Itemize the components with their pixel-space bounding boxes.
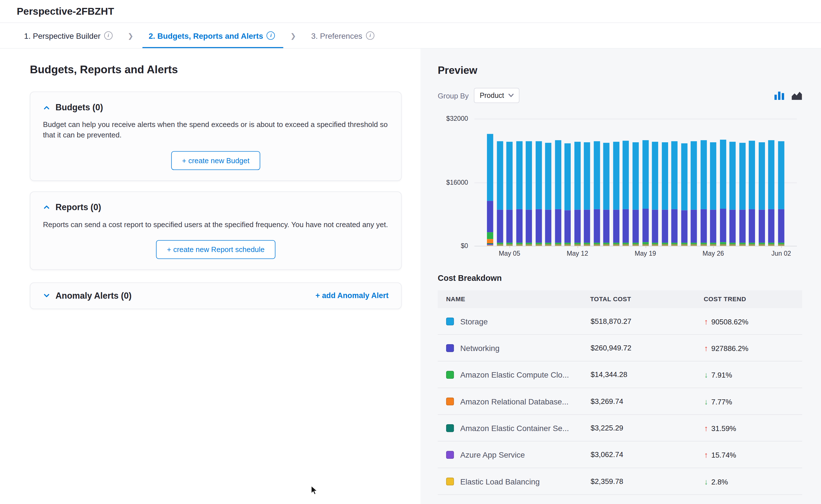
create-budget-button[interactable]: + create new Budget [171,151,261,170]
bar-segment-amazon-relational-database-service [487,239,493,243]
legend-swatch [446,424,454,432]
bar-segment-storage [671,141,678,210]
bar-segment-elastic-load-balancing [720,245,726,246]
collapse-chevron-up-icon[interactable] [43,204,50,211]
chart-bar[interactable] [526,141,532,246]
bar-segment-storage [613,142,620,210]
chart-bar[interactable] [516,141,522,246]
chart-bar[interactable] [730,142,736,246]
info-icon[interactable]: i [104,31,113,40]
chart-bar[interactable] [545,143,551,246]
collapse-chevron-up-icon[interactable] [43,104,50,111]
row-name: Azure App Service [460,450,525,459]
row-name: Storage [460,317,488,326]
tab-preferences[interactable]: 3. Preferences i [310,23,375,48]
table-row[interactable]: Networking$260,949.72↑927886.2% [438,335,802,361]
table-row[interactable]: Storage$518,870.27↑90508.62% [438,308,802,334]
chart-bar[interactable] [564,143,571,246]
bar-segment-storage [681,143,687,210]
chart-bar[interactable] [700,140,707,246]
bar-segment-networking [506,210,513,243]
legend-swatch [446,371,454,378]
chart-bar[interactable] [574,142,581,246]
row-trend-value: 90508.62% [712,317,749,326]
group-by-dropdown[interactable]: Product [474,88,519,103]
bar-segment-elastic-load-balancing [603,245,609,246]
chart-bar[interactable] [671,141,678,246]
chart-bar[interactable] [642,140,648,246]
table-row[interactable]: Azure App Service$3,062.74↑15.74% [438,441,802,468]
chart-bar[interactable] [496,141,503,246]
chart-bar[interactable] [681,143,687,246]
chart-bar[interactable] [535,141,541,246]
chart-bar[interactable] [555,140,561,246]
table-header-row: NAME TOTAL COST COST TREND [438,290,802,308]
row-trend-value: 15.74% [712,451,736,459]
table-row[interactable]: Amazon Elastic Compute Clo...$14,344.28↓… [438,361,802,388]
chart-bar[interactable] [584,142,590,246]
bar-segment-networking [681,210,687,243]
bar-segment-elastic-load-balancing [652,245,658,246]
info-icon[interactable]: i [267,31,275,40]
chart-bar[interactable] [623,141,629,246]
window-header: Perspective-2FBZHT [0,0,821,23]
bar-segment-elastic-load-balancing [730,245,736,246]
bar-segment-elastic-load-balancing [487,245,493,246]
row-total-cost: $3,269.74 [590,388,704,414]
budgets-card: Budgets (0) Budget can help you receive … [30,92,401,181]
trend-down-arrow-icon: ↓ [704,477,708,486]
bar-segment-storage [710,142,716,210]
chart-bar[interactable] [662,142,668,246]
table-row[interactable]: Amazon Elastic Container Se...$3,225.29↑… [438,415,802,441]
bar-segment-elastic-load-balancing [759,245,765,246]
chart-bar[interactable] [691,141,697,246]
expand-chevron-down-icon[interactable] [43,292,50,300]
bar-segment-storage [691,141,697,210]
chart-bar[interactable] [778,141,784,246]
bar-segment-elastic-load-balancing [633,245,639,246]
chart-bar[interactable] [633,143,639,246]
table-row[interactable]: Amazon Relational Database...$3,269.74↓7… [438,388,802,414]
chart-bar[interactable] [506,142,513,246]
group-by-value: Product [480,92,504,100]
chart-bar[interactable] [759,142,765,246]
row-total-cost: $3,062.74 [590,441,704,468]
tab-budgets-reports-alerts[interactable]: 2. Budgets, Reports and Alerts i [147,23,276,48]
chart-bar[interactable] [594,141,600,246]
bar-segment-storage [662,142,668,210]
bar-segment-elastic-load-balancing [535,245,541,246]
x-axis-tick [781,246,782,248]
tab-perspective-builder[interactable]: 1. Perspective Builder i [23,23,113,48]
bar-segment-networking [584,210,590,243]
chart-bar[interactable] [739,143,745,246]
bar-segment-elastic-load-balancing [671,245,678,246]
bar-segment-networking [574,210,581,243]
chart-bar[interactable] [768,140,775,246]
bar-segment-storage [739,143,745,210]
bar-segment-storage [545,143,551,210]
bar-segment-storage [768,140,775,209]
chart-bar[interactable] [749,141,755,246]
row-name: Networking [460,343,500,352]
bar-segment-networking [652,210,658,243]
column-chart-icon[interactable] [774,91,784,100]
area-chart-icon[interactable] [792,91,802,100]
info-icon[interactable]: i [366,31,375,40]
bar-segment-networking [720,209,726,242]
chart-bar[interactable] [720,140,726,246]
chart-bar[interactable] [603,143,609,246]
bar-segment-storage [555,140,561,209]
chart-bar[interactable] [487,134,493,246]
chart-bar[interactable] [710,142,716,246]
table-row[interactable]: Elastic Load Balancing$2,359.78↓2.8% [438,468,802,494]
chevron-right-icon: ❯ [128,32,133,40]
chart-bar[interactable] [652,142,658,246]
x-axis-label: May 19 [635,250,656,257]
bar-segment-networking [749,209,755,242]
add-anomaly-alert-link[interactable]: + add Anomaly Alert [315,292,388,300]
reports-card: Reports (0) Reports can send a cost repo… [30,191,401,270]
chart-bar[interactable] [613,142,620,246]
row-total-cost: $518,870.27 [590,308,704,334]
trend-down-arrow-icon: ↓ [704,370,708,379]
create-report-schedule-button[interactable]: + create new Report schedule [156,240,276,259]
